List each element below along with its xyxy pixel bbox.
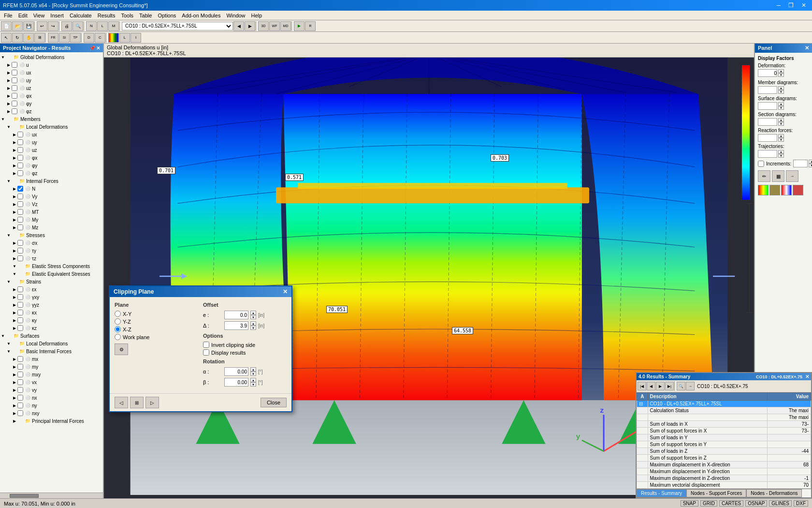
tree-expander[interactable]: ▶ (6, 77, 12, 83)
tree-expander[interactable]: ▶ (12, 395, 17, 401)
tree-item[interactable]: ▶⚪mx (0, 355, 103, 363)
tree-item[interactable]: ▼📁Strains (0, 278, 103, 285)
tree-item[interactable]: ▼📁Local Deformations (0, 340, 103, 347)
tree-expander[interactable]: ▼ (0, 333, 6, 339)
offset-e-input[interactable] (224, 311, 248, 319)
section-diagrams-input[interactable] (758, 118, 777, 126)
tree-item[interactable]: ▶⚪Vy (0, 193, 103, 200)
tree-expander[interactable]: ▶ (12, 147, 17, 153)
tree-item[interactable]: ▶⚪κy (0, 316, 103, 324)
menu-item-insert[interactable]: Insert (47, 12, 67, 19)
load-combo[interactable]: CO10 : DL+0.52EX+.75LL+.75SL (122, 22, 233, 30)
legend-btn[interactable]: L (119, 33, 130, 43)
table-row[interactable]: Sum of support forces in X73- (637, 428, 811, 434)
side-view-btn[interactable]: SI (59, 33, 70, 43)
section-up[interactable]: ▲ (778, 118, 784, 122)
tree-expander[interactable]: ▼ (12, 271, 17, 277)
pn-pin-btn[interactable]: 📌 (89, 45, 95, 51)
tree-checkbox[interactable] (17, 364, 23, 370)
plane-work[interactable]: Work plane (115, 334, 198, 340)
node-btn[interactable]: N (86, 21, 97, 31)
redo-btn[interactable]: ↪ (48, 21, 58, 31)
clip-dialog-close[interactable]: ✕ (283, 288, 288, 295)
tree-item[interactable]: ▶⚪ux (0, 131, 103, 138)
tree-expander[interactable]: ▶ (12, 379, 17, 385)
invert-checkbox[interactable] (203, 342, 209, 348)
tree-item[interactable]: ▶⚪my (0, 363, 103, 371)
table-row[interactable]: Sum of support forces in Y (637, 441, 811, 448)
tree-expander[interactable]: ▶ (12, 418, 17, 424)
tree-expander[interactable]: ▼ (12, 263, 17, 269)
line-btn[interactable]: L (97, 21, 108, 31)
plane-xy[interactable]: X-Y (115, 311, 198, 317)
tree-item[interactable]: ▶⚪uy (0, 76, 103, 84)
tree-checkbox[interactable] (12, 85, 17, 91)
tree-expander[interactable]: ▶ (12, 170, 17, 176)
table-row[interactable]: Sum of loads in Z-44 (637, 448, 811, 455)
rp-last-btn[interactable]: ▶| (665, 382, 674, 390)
offset-step-down[interactable]: ▼ (250, 326, 256, 330)
tree-expander[interactable]: ▼ (0, 54, 6, 60)
tree-item[interactable]: ▶⚪φy (0, 100, 103, 107)
glines-btn[interactable]: GLINES (769, 500, 792, 507)
rp-export-btn[interactable]: → (686, 382, 695, 390)
menu-item-tools[interactable]: Tools (118, 12, 136, 19)
tree-expander[interactable]: ▶ (6, 70, 12, 75)
new-btn[interactable]: 📄 (1, 21, 12, 31)
surface-diagrams-input[interactable] (758, 102, 777, 110)
rp-close-btn[interactable]: ✕ (805, 374, 809, 379)
invert-option[interactable]: Invert clipping side (203, 342, 287, 348)
pn-close-btn[interactable]: ✕ (96, 45, 100, 51)
menu-item-options[interactable]: Options (155, 12, 179, 19)
offset-e-down[interactable]: ▼ (250, 315, 256, 319)
tree-item[interactable]: ▶⚪γyz (0, 301, 103, 309)
tree-item[interactable]: ▶⚪φz (0, 169, 103, 177)
tree-checkbox[interactable] (17, 132, 23, 137)
offset-e-up[interactable]: ▲ (250, 311, 256, 315)
tree-item[interactable]: ▶⚪My (0, 216, 103, 224)
menu-item-table[interactable]: Table (136, 12, 155, 19)
model-btn[interactable]: MD (280, 21, 291, 31)
beta-up[interactable]: ▲ (250, 378, 256, 382)
offset-step-input[interactable] (224, 321, 248, 330)
trajectories-input[interactable] (758, 150, 777, 158)
tree-checkbox[interactable] (17, 325, 23, 331)
member-up[interactable]: ▲ (778, 86, 784, 90)
tree-item[interactable]: ▶⚪u (0, 61, 103, 69)
tree-expander[interactable]: ▼ (0, 116, 6, 122)
tree-item[interactable]: ▼📁Internal Forces (0, 177, 103, 185)
tree-expander[interactable]: ▼ (6, 124, 12, 130)
beta-down[interactable]: ▼ (250, 382, 256, 387)
tree-expander[interactable]: ▶ (12, 403, 17, 408)
display-btn[interactable]: D (84, 33, 94, 43)
rotate-btn[interactable]: ↻ (12, 33, 23, 43)
clip-left-btn1[interactable]: ◁ (115, 397, 128, 408)
menu-item-calculate[interactable]: Calculate (67, 12, 95, 19)
wire-btn[interactable]: WF (269, 21, 280, 31)
results-tab-1[interactable]: Nodes - Support Forces (686, 489, 746, 497)
alpha-down[interactable]: ▼ (250, 372, 256, 376)
increments-down[interactable]: ▼ (809, 164, 812, 167)
tree-item[interactable]: ▶⚪φx (0, 92, 103, 100)
tree-checkbox[interactable] (17, 255, 23, 261)
save-btn[interactable]: 💾 (23, 21, 34, 31)
tree-checkbox[interactable] (12, 62, 17, 68)
table-row[interactable]: Sum of loads in X73- (637, 421, 811, 428)
tree-checkbox[interactable] (17, 209, 23, 215)
tree-checkbox[interactable] (12, 70, 17, 75)
display-results-option[interactable]: Display results (203, 349, 287, 356)
color-btn[interactable] (108, 33, 119, 43)
table-row[interactable]: Maximum displacement in X-direction68 (637, 462, 811, 468)
tree-expander[interactable]: ▼ (6, 348, 12, 354)
tree-item[interactable]: ▼📁Surfaces (0, 332, 103, 340)
tree-expander[interactable]: ▶ (12, 364, 17, 370)
tree-expander[interactable]: ▶ (6, 62, 12, 68)
panel-edit-btn[interactable]: ✏ (758, 170, 770, 182)
tree-checkbox[interactable] (17, 217, 23, 223)
tree-expander[interactable]: ▶ (12, 310, 17, 315)
tree-item[interactable]: ▶⚪uz (0, 84, 103, 92)
panel-close-btn[interactable]: ✕ (805, 45, 809, 51)
tree-checkbox[interactable] (12, 93, 17, 99)
panel-solid-btn[interactable] (793, 185, 803, 195)
table-row[interactable]: The maxi (637, 414, 811, 421)
